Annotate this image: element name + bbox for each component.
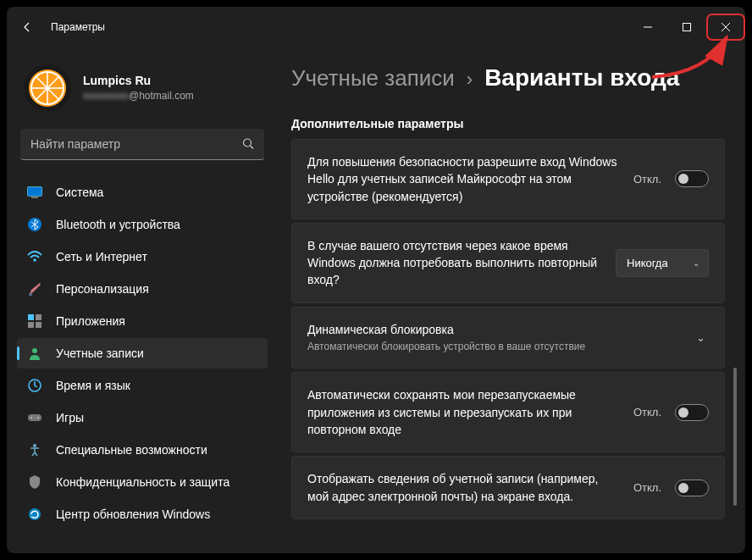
setting-require-signin: В случае вашего отсутствия через какое в… (291, 223, 725, 303)
profile-email-blurred: xxxxxxxxx (83, 90, 129, 102)
gamepad-icon (27, 410, 42, 425)
svg-point-19 (33, 258, 36, 262)
svg-rect-17 (31, 197, 38, 199)
nav-label: Конфиденциальность и защита (56, 475, 229, 489)
dropdown-require-signin[interactable]: Никогда ⌄ (616, 249, 709, 277)
sidebar-item-accounts[interactable]: Учетные записи (17, 338, 268, 369)
setting-dynamic-lock[interactable]: Динамическая блокировка Автоматически бл… (291, 307, 725, 369)
accessibility-icon (27, 442, 42, 457)
sidebar-item-apps[interactable]: Приложения (17, 306, 268, 336)
svg-rect-23 (28, 322, 34, 328)
window-title: Параметры (51, 21, 105, 33)
sidebar-item-privacy[interactable]: Конфиденциальность и защита (17, 467, 268, 497)
avatar (24, 64, 71, 112)
svg-point-28 (30, 417, 32, 419)
nav-list: Система Bluetooth и устройства Сеть и Ин… (17, 177, 268, 553)
toggle-state-label: Откл. (633, 481, 661, 494)
setting-subtitle: Автоматически блокировать устройство в в… (307, 340, 679, 354)
sidebar-item-gaming[interactable]: Игры (17, 402, 268, 433)
toggle-switch[interactable] (675, 480, 709, 496)
page-title: Варианты входа (484, 64, 679, 91)
search-icon (242, 137, 254, 152)
section-heading: Дополнительные параметры (291, 117, 725, 130)
nav-label: Специальные возможности (56, 443, 207, 457)
sidebar: Lumpics Ru xxxxxxxxx@hotmail.com Система (7, 47, 278, 553)
minimize-button[interactable] (628, 14, 667, 41)
svg-rect-20 (29, 293, 32, 296)
nav-label: Сеть и Интернет (56, 250, 147, 263)
svg-line-15 (251, 146, 254, 149)
svg-rect-16 (28, 187, 42, 197)
system-icon (27, 185, 42, 200)
breadcrumb: Учетные записи › Варианты входа (291, 64, 725, 91)
scrollbar-thumb[interactable] (733, 368, 737, 506)
toggle-state-label: Откл. (633, 406, 661, 419)
profile-block[interactable]: Lumpics Ru xxxxxxxxx@hotmail.com (17, 47, 268, 129)
chevron-right-icon: › (467, 69, 473, 91)
toggle-state-label: Откл. (633, 173, 661, 186)
setting-title: Динамическая блокировка (307, 321, 679, 338)
apps-icon (27, 313, 42, 329)
nav-label: Персонализация (56, 282, 149, 296)
profile-name: Lumpics Ru (83, 74, 194, 87)
person-icon (27, 346, 42, 361)
toggle-switch[interactable] (675, 404, 709, 421)
setting-text: Автоматически сохранять мои перезапускае… (307, 386, 620, 438)
svg-point-25 (32, 348, 37, 353)
setting-windows-hello: Для повышения безопасности разрешите вхо… (291, 139, 725, 219)
chevron-down-icon: ⌄ (693, 331, 709, 344)
back-button[interactable] (10, 10, 44, 44)
brush-icon (27, 281, 42, 297)
sidebar-item-network[interactable]: Сеть и Интернет (17, 241, 268, 272)
setting-text: Для повышения безопасности разрешите вхо… (307, 153, 620, 205)
titlebar: Параметры (7, 7, 745, 47)
bluetooth-icon (27, 217, 42, 232)
close-button[interactable] (706, 14, 745, 41)
update-icon (27, 507, 42, 522)
setting-text: В случае вашего отсутствия через какое в… (307, 237, 602, 289)
search-box[interactable] (20, 129, 264, 160)
sidebar-item-bluetooth[interactable]: Bluetooth и устройства (17, 209, 268, 240)
sidebar-item-accessibility[interactable]: Специальные возможности (17, 435, 268, 465)
setting-show-account-info: Отображать сведения об учетной записи (н… (291, 456, 725, 519)
clock-globe-icon (27, 378, 42, 393)
nav-label: Время и язык (56, 379, 130, 392)
svg-rect-22 (36, 314, 41, 320)
chevron-down-icon: ⌄ (693, 258, 699, 268)
sidebar-item-system[interactable]: Система (17, 177, 268, 208)
setting-text: Отображать сведения об учетной записи (н… (307, 470, 620, 505)
toggle-switch[interactable] (675, 170, 709, 187)
nav-label: Игры (56, 411, 84, 424)
search-input[interactable] (20, 129, 264, 160)
svg-rect-24 (36, 322, 41, 328)
svg-rect-1 (683, 24, 691, 31)
setting-auto-restart-apps: Автоматически сохранять мои перезапускае… (291, 372, 725, 452)
main-content: Учетные записи › Варианты входа Дополнит… (278, 47, 745, 553)
sidebar-item-personalization[interactable]: Персонализация (17, 274, 268, 304)
scrollbar[interactable] (733, 151, 737, 545)
nav-label: Bluetooth и устройства (56, 218, 180, 231)
dropdown-value: Никогда (627, 257, 668, 269)
svg-point-30 (33, 444, 36, 447)
svg-rect-27 (28, 414, 41, 421)
svg-point-29 (37, 417, 39, 419)
nav-label: Система (56, 186, 103, 199)
sidebar-item-windows-update[interactable]: Центр обновления Windows (17, 499, 268, 530)
breadcrumb-parent[interactable]: Учетные записи (291, 65, 455, 91)
sidebar-item-time-language[interactable]: Время и язык (17, 370, 268, 401)
profile-email-suffix: @hotmail.com (129, 90, 194, 102)
wifi-icon (27, 249, 42, 264)
shield-icon (27, 474, 42, 490)
svg-rect-21 (28, 314, 34, 320)
nav-label: Центр обновления Windows (56, 507, 210, 521)
maximize-button[interactable] (667, 14, 706, 41)
svg-point-14 (244, 139, 252, 147)
nav-label: Приложения (56, 314, 125, 328)
nav-label: Учетные записи (56, 347, 144, 360)
